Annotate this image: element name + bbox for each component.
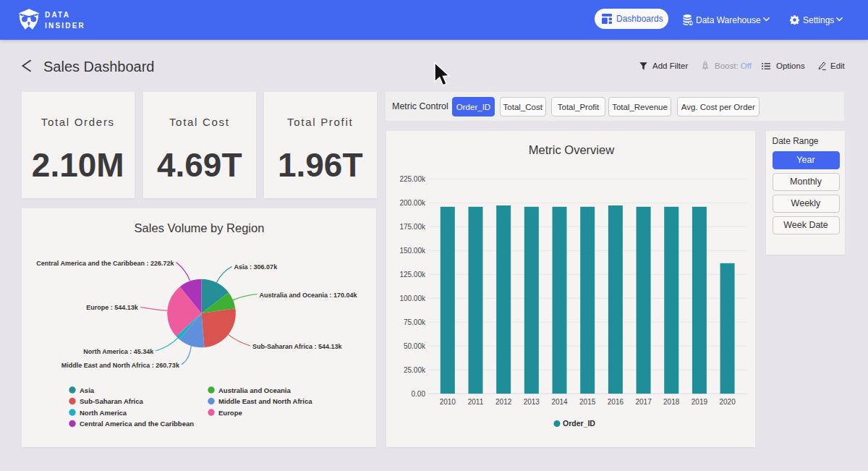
svg-text:Asia: Asia [80, 386, 95, 394]
svg-text:Middle East and North Africa :: Middle East and North Africa : 260.73k [61, 362, 180, 369]
svg-text:2014: 2014 [551, 398, 568, 406]
svg-text:2010: 2010 [440, 398, 456, 406]
svg-text:Asia : 306.07k: Asia : 306.07k [234, 263, 278, 271]
svg-text:Middle East and North Africa: Middle East and North Africa [218, 397, 312, 405]
svg-text:2019: 2019 [692, 398, 708, 406]
svg-text:Sub-Saharan Africa: Sub-Saharan Africa [80, 397, 144, 405]
svg-text:200.00k: 200.00k [399, 199, 426, 207]
svg-text:Metric Overview: Metric Overview [529, 143, 614, 156]
svg-text:2015: 2015 [579, 398, 596, 406]
svg-text:25.00k: 25.00k [404, 366, 426, 374]
svg-text:North America: North America [80, 409, 127, 417]
svg-text:100.00k: 100.00k [399, 294, 426, 302]
svg-text:Europe : 544.13k: Europe : 544.13k [86, 304, 139, 311]
svg-text:150.00k: 150.00k [399, 247, 426, 255]
svg-text:Australia and Oceania : 170.04: Australia and Oceania : 170.04k [260, 292, 358, 299]
svg-text:North America : 45.34k: North America : 45.34k [83, 348, 154, 355]
svg-text:Europe: Europe [218, 409, 242, 417]
svg-text:Sales Volume by Region: Sales Volume by Region [135, 221, 265, 234]
svg-text:2016: 2016 [608, 398, 624, 406]
svg-text:Sub-Saharan Africa : 544.13k: Sub-Saharan Africa : 544.13k [252, 343, 343, 350]
svg-text:2020: 2020 [719, 398, 736, 406]
svg-text:Australia and Oceania: Australia and Oceania [218, 386, 292, 394]
svg-text:2012: 2012 [495, 398, 512, 406]
svg-text:Central America and the Caribb: Central America and the Caribbean [80, 420, 194, 428]
svg-text:175.00k: 175.00k [399, 223, 426, 231]
svg-text:50.00k: 50.00k [404, 342, 426, 350]
svg-text:0.00: 0.00 [412, 390, 426, 398]
svg-text:2017: 2017 [635, 398, 652, 406]
svg-text:Central America and the Caribb: Central America and the Caribbean : 226.… [36, 260, 174, 267]
svg-text:125.00k: 125.00k [399, 271, 426, 279]
svg-text:Order_ID: Order_ID [563, 419, 595, 428]
svg-text:225.00k: 225.00k [399, 175, 426, 183]
svg-text:2011: 2011 [468, 398, 484, 406]
svg-text:2018: 2018 [663, 398, 680, 406]
svg-text:75.00k: 75.00k [404, 318, 426, 326]
svg-text:2013: 2013 [524, 398, 540, 406]
